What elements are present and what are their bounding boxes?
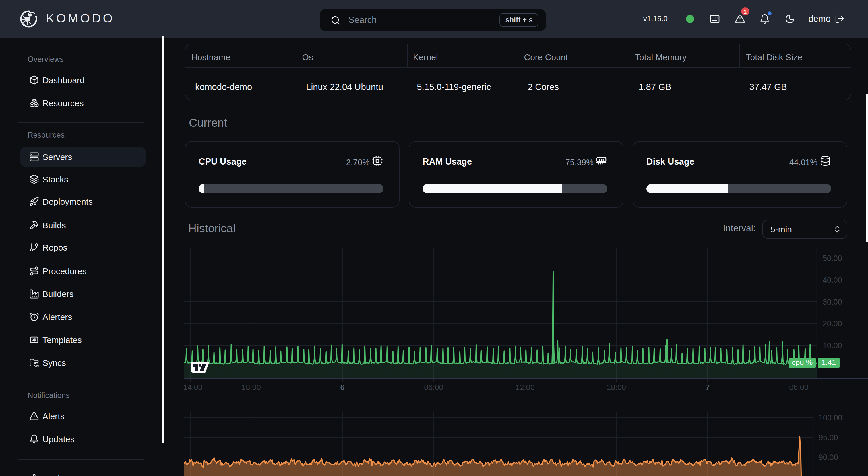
svg-text:6: 6 (340, 383, 344, 392)
svg-text:20.00: 20.00 (823, 319, 842, 328)
svg-text:1.41: 1.41 (822, 358, 836, 367)
svg-text:100.00: 100.00 (818, 413, 842, 422)
svg-text:10.00: 10.00 (823, 341, 842, 350)
svg-text:40.00: 40.00 (823, 276, 842, 284)
svg-text:12:00: 12:00 (515, 383, 535, 392)
svg-text:18:00: 18:00 (241, 383, 261, 392)
svg-text:cpu %: cpu % (792, 358, 813, 367)
svg-text:18:00: 18:00 (607, 383, 626, 392)
svg-text:14:00: 14:00 (184, 383, 203, 392)
svg-text:95.00: 95.00 (818, 433, 838, 442)
svg-text:7: 7 (705, 383, 710, 392)
svg-text:30.00: 30.00 (823, 298, 842, 306)
svg-text:06:00: 06:00 (424, 383, 443, 392)
svg-text:90.00: 90.00 (818, 453, 838, 462)
svg-text:06:00: 06:00 (789, 383, 809, 392)
svg-text:50.00: 50.00 (823, 254, 842, 263)
